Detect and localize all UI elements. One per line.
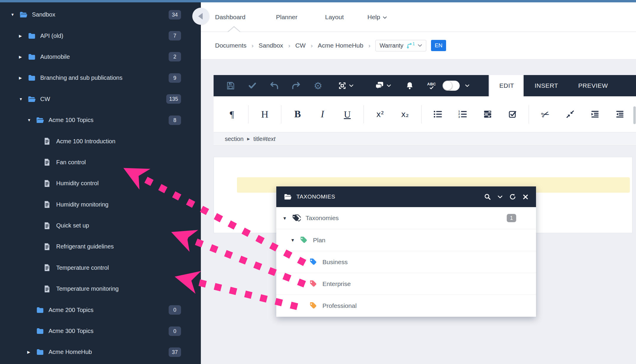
notifications-bell-button[interactable] <box>399 82 421 90</box>
taxonomy-tag-row[interactable]: ▼ Plan <box>276 229 536 251</box>
editor-toolbar-formatting: ¶HBIUx²x₂✂ <box>214 96 636 132</box>
refresh-icon[interactable] <box>509 193 516 200</box>
tree-caret-icon[interactable]: ▶ <box>19 76 28 80</box>
checkbox-button[interactable] <box>500 110 525 118</box>
taxonomy-root-row[interactable]: ▼ Taxonomies 1 <box>276 207 536 229</box>
tree-item-label: Humidity control <box>56 180 99 187</box>
document-icon <box>44 243 52 251</box>
tree-item-label: Temperature monitoring <box>56 285 119 292</box>
paragraph-icon: ¶ <box>230 110 234 119</box>
undo-button[interactable] <box>263 82 285 90</box>
tree-item[interactable]: Humidity control <box>0 173 201 194</box>
tree-item[interactable]: Temperature control <box>0 257 201 278</box>
tree-item[interactable]: ▶Branching and sub publications9 <box>0 67 201 88</box>
tree-item[interactable]: Quick set up <box>0 215 201 236</box>
folder-open-icon <box>20 11 28 18</box>
redo-button[interactable] <box>285 82 307 90</box>
superscript-button[interactable]: x² <box>368 110 393 118</box>
italic-button[interactable]: I <box>310 109 335 119</box>
underline-button[interactable]: U <box>335 110 360 119</box>
fullscreen-menu-button[interactable] <box>331 81 360 90</box>
folder-icon <box>36 307 44 313</box>
breadcrumb-item[interactable]: Acme HomeHub <box>318 42 363 49</box>
cut-button[interactable]: ✂ <box>533 109 558 119</box>
path-segment[interactable]: section <box>225 136 243 142</box>
version-selector[interactable]: Warranty 1 <box>375 40 426 51</box>
tab-insert[interactable]: INSERT <box>524 75 569 96</box>
top-navigation: DashboardPlannerLayoutHelp <box>201 2 636 32</box>
taxonomy-tag-row[interactable]: Business <box>276 251 536 273</box>
taxonomy-label: Professional <box>322 302 357 309</box>
editor-scrollbar[interactable] <box>633 106 636 124</box>
comments-menu-button[interactable] <box>369 81 397 90</box>
tree-item-label: Temperature control <box>56 264 109 271</box>
tab-preview[interactable]: PREVIEW <box>569 75 617 96</box>
taxonomy-tag-row[interactable]: Professional <box>276 295 536 316</box>
nav-item-dashboard[interactable]: Dashboard <box>215 2 246 32</box>
paragraph-button[interactable]: ¶ <box>219 110 244 119</box>
tree-caret-icon[interactable]: ▶ <box>19 55 28 59</box>
subscript-button[interactable]: x₂ <box>393 110 417 118</box>
tree-caret-icon[interactable]: ▼ <box>19 97 28 101</box>
heading-button[interactable]: H <box>252 109 277 119</box>
tree-item-label: Automobile <box>40 53 70 60</box>
merge-button[interactable] <box>558 110 582 118</box>
nav-item-planner[interactable]: Planner <box>276 2 297 32</box>
path-segment[interactable]: title <box>254 136 263 142</box>
breadcrumb-item[interactable]: Sandbox <box>259 42 283 49</box>
numbered-list-button[interactable] <box>450 110 475 118</box>
tree-item[interactable]: Fan control <box>0 152 201 173</box>
chevron-down-icon[interactable] <box>498 195 503 199</box>
tree-item[interactable]: Humidity monitoring <box>0 194 201 215</box>
tree-caret-icon[interactable]: ▼ <box>11 12 20 17</box>
language-badge[interactable]: EN <box>431 40 446 51</box>
tree-item[interactable]: Acme 100 Introduction <box>0 131 201 152</box>
nav-item-help[interactable]: Help <box>367 2 387 32</box>
bold-button[interactable]: B <box>285 109 310 119</box>
tree-item[interactable]: ▶API (old)7 <box>0 25 201 46</box>
save-button[interactable] <box>219 81 241 90</box>
chevron-down-icon <box>387 84 391 87</box>
folder-open-icon <box>28 96 36 103</box>
tree-caret-icon[interactable]: ▼ <box>283 216 291 221</box>
item-count-badge: 34 <box>169 10 181 20</box>
item-count-badge: 8 <box>169 116 181 125</box>
breadcrumb-item[interactable]: CW <box>295 42 306 49</box>
sidebar-collapse-button[interactable] <box>192 8 209 25</box>
tree-item[interactable]: ▶Acme HomeHub37 <box>0 342 201 363</box>
taxonomy-tag-row[interactable]: Enterprise <box>276 273 536 295</box>
tree-caret-icon[interactable]: ▶ <box>27 350 36 354</box>
chevron-down-icon[interactable] <box>465 84 469 87</box>
tree-item[interactable]: ▼Sandbox34 <box>0 4 201 25</box>
spellcheck-toggle[interactable] <box>443 81 460 91</box>
tree-item[interactable]: ▼Acme 100 Topics8 <box>0 110 201 131</box>
definition-list-button[interactable] <box>475 110 500 118</box>
branch-icon <box>406 43 412 49</box>
taxonomy-label: Enterprise <box>322 280 351 287</box>
taxonomy-count-badge: 1 <box>507 214 516 222</box>
italic-icon: I <box>321 109 324 119</box>
bullet-list-button[interactable] <box>425 110 450 118</box>
nav-item-layout[interactable]: Layout <box>325 2 344 32</box>
breadcrumb-item[interactable]: Documents <box>215 42 246 49</box>
tree-caret-icon[interactable]: ▶ <box>19 34 28 38</box>
tree-caret-icon[interactable]: ▼ <box>27 118 36 122</box>
tree-item[interactable]: Temperature monitoring <box>0 278 201 299</box>
settings-gear-icon[interactable]: ⚙ <box>307 81 329 91</box>
indent-button[interactable] <box>582 110 607 118</box>
outdent-button[interactable] <box>607 110 632 118</box>
tree-item[interactable]: Acme 300 Topics0 <box>0 321 201 342</box>
tree-item[interactable]: Acme 200 Topics0 <box>0 299 201 320</box>
tree-item[interactable]: ▼CW135 <box>0 89 201 110</box>
tab-edit[interactable]: EDIT <box>490 75 524 96</box>
chevron-down-icon <box>383 16 387 19</box>
validate-button[interactable] <box>241 82 263 89</box>
tree-item[interactable]: Refrigerant guidelines <box>0 236 201 257</box>
tree-item-label: Quick set up <box>56 222 89 229</box>
tree-item[interactable]: ▶Automobile2 <box>0 46 201 67</box>
close-icon[interactable] <box>523 194 528 200</box>
document-icon <box>44 285 52 293</box>
search-icon[interactable] <box>484 193 491 200</box>
tree-caret-icon[interactable]: ▼ <box>290 238 299 243</box>
taxonomies-panel-header[interactable]: TAXONOMIES <box>276 186 536 207</box>
